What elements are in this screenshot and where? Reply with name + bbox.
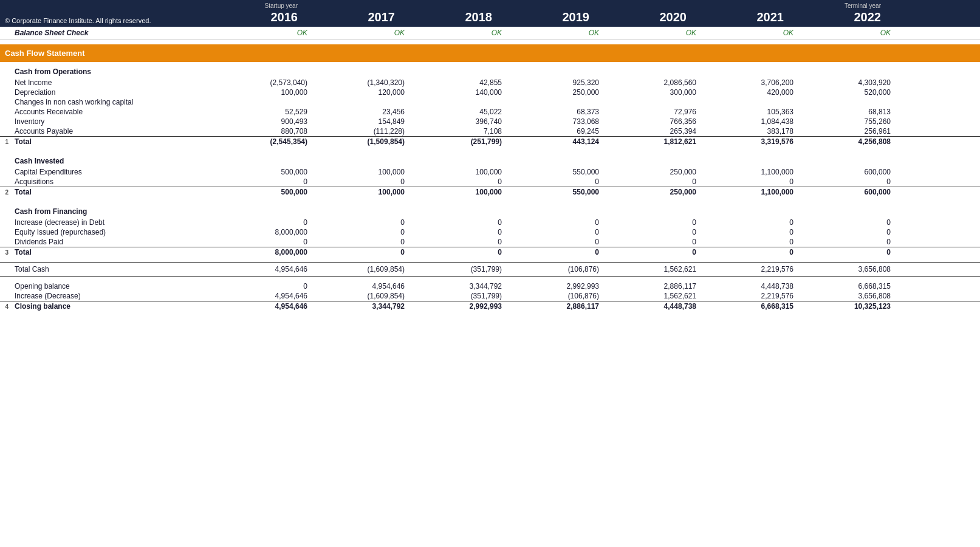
ops-total-2016: (2,545,354) (216, 137, 314, 146)
acq-2021: 0 (702, 177, 800, 186)
fin-total-2022: 0 (800, 248, 897, 256)
net-income-2022: 4,303,920 (800, 78, 897, 87)
depreciation-2018: 140,000 (411, 88, 508, 97)
debt-2021: 0 (702, 218, 800, 227)
financing-total-row: 3 Total 8,000,000 0 0 0 0 0 0 (0, 247, 980, 257)
opening-2016: 0 (216, 282, 314, 291)
invested-total-label: Total (10, 188, 216, 196)
ap-2022: 256,961 (800, 127, 897, 136)
startup-year-label: Startup year (265, 2, 298, 9)
financing-title-row: Cash from Financing (0, 202, 980, 218)
total-cash-2016: 4,954,646 (216, 265, 314, 274)
invested-total-row: 2 Total 500,000 100,000 100,000 550,000 … (0, 187, 980, 197)
opening-2017: 4,954,646 (314, 282, 411, 291)
net-income-2018: 42,855 (411, 78, 508, 87)
ok-2021: OK (702, 29, 800, 37)
acquisitions-label: Acquisitions (10, 177, 216, 186)
debt-2018: 0 (411, 218, 508, 227)
net-income-label: Net Income (10, 78, 216, 87)
ap-2017: (111,228) (314, 127, 411, 136)
dividends-label: Dividends Paid (10, 238, 216, 246)
year-2016: 2016 (271, 10, 298, 24)
depreciation-2022: 520,000 (800, 88, 897, 97)
increase-2017: (1,609,854) (314, 292, 411, 300)
fin-total-2016: 8,000,000 (216, 248, 314, 256)
capex-2016: 500,000 (216, 168, 314, 176)
inventory-2020: 766,356 (605, 117, 702, 126)
ops-total-2017: (1,509,854) (314, 137, 411, 146)
non-cash-wc-label: Changes in non cash working capital (10, 98, 216, 106)
equity-2016: 8,000,000 (216, 228, 314, 236)
ops-total-2019: 443,124 (508, 137, 605, 146)
header-row: © Corporate Finance Institute. All right… (0, 0, 980, 27)
ops-total-2021: 3,319,576 (702, 137, 800, 146)
acq-2017: 0 (314, 177, 411, 186)
debt-2022: 0 (800, 218, 897, 227)
ops-total-2020: 1,812,621 (605, 137, 702, 146)
total-cash-label: Total Cash (10, 265, 216, 274)
opening-2018: 3,344,792 (411, 282, 508, 291)
year-2020: 2020 (660, 10, 687, 24)
capex-2018: 100,000 (411, 168, 508, 176)
ok-2022: OK (800, 29, 897, 37)
copyright-text: © Corporate Finance Institute. All right… (5, 17, 151, 24)
copyright-label: © Corporate Finance Institute. All right… (0, 17, 207, 24)
year-2017: 2017 (368, 10, 396, 24)
inv-total-2017: 100,000 (314, 188, 411, 196)
fin-total-2019: 0 (508, 248, 605, 256)
div-2016: 0 (216, 238, 314, 246)
inv-total-2019: 550,000 (508, 188, 605, 196)
increase-2020: 1,562,621 (605, 292, 702, 300)
fin-total-2017: 0 (314, 248, 411, 256)
closing-2016: 4,954,646 (216, 302, 314, 311)
div-2017: 0 (314, 238, 411, 246)
inv-total-2022: 600,000 (800, 188, 897, 196)
net-income-2020: 2,086,560 (605, 78, 702, 87)
total-cash-2022: 3,656,808 (800, 265, 897, 274)
ar-2016: 52,529 (216, 108, 314, 116)
ap-2020: 265,394 (605, 127, 702, 136)
total-cash-2020: 1,562,621 (605, 265, 702, 274)
inventory-2017: 154,849 (314, 117, 411, 126)
debt-2020: 0 (605, 218, 702, 227)
operations-total-label: Total (10, 137, 216, 146)
ops-total-2018: (251,799) (411, 137, 508, 146)
closing-2017: 3,344,792 (314, 302, 411, 311)
total-cash-2018: (351,799) (411, 265, 508, 274)
accounts-payable-row: Accounts Payable 880,708 (111,228) 7,108… (0, 126, 980, 136)
capex-2022: 600,000 (800, 168, 897, 176)
fin-total-2021: 0 (702, 248, 800, 256)
closing-balance-row: 4 Closing balance 4,954,646 3,344,792 2,… (0, 301, 980, 311)
financing-total-num: 3 (0, 249, 10, 256)
balance-sheet-check-label: Balance Sheet Check (10, 29, 216, 37)
increase-2022: 3,656,808 (800, 292, 897, 300)
equity-2020: 0 (605, 228, 702, 236)
inventory-2019: 733,068 (508, 117, 605, 126)
depreciation-2019: 250,000 (508, 88, 605, 97)
capex-row: Capital Expenditures 500,000 100,000 100… (0, 167, 980, 177)
inventory-label: Inventory (10, 117, 216, 126)
year-col-2020: 2020 (595, 10, 693, 24)
ap-2019: 69,245 (508, 127, 605, 136)
depreciation-row: Depreciation 100,000 120,000 140,000 250… (0, 88, 980, 97)
ar-2019: 68,373 (508, 108, 605, 116)
ok-2017: OK (314, 29, 411, 37)
ar-2021: 105,363 (702, 108, 800, 116)
div-2020: 0 (605, 238, 702, 246)
ar-2017: 23,456 (314, 108, 411, 116)
capex-label: Capital Expenditures (10, 168, 216, 176)
non-cash-wc-row: Changes in non cash working capital (0, 97, 980, 107)
financing-section: Cash from Financing Increase (decrease) … (0, 202, 980, 257)
opening-2021: 4,448,738 (702, 282, 800, 291)
increase-2016: 4,954,646 (216, 292, 314, 300)
equity-label: Equity Issued (repurchased) (10, 228, 216, 236)
depreciation-2020: 300,000 (605, 88, 702, 97)
increase-2018: (351,799) (411, 292, 508, 300)
equity-2018: 0 (411, 228, 508, 236)
ok-2016: OK (216, 29, 314, 37)
ops-total-2022: 4,256,808 (800, 137, 897, 146)
net-income-2017: (1,340,320) (314, 78, 411, 87)
inventory-2021: 1,084,438 (702, 117, 800, 126)
ok-2019: OK (508, 29, 605, 37)
main-wrapper: © Corporate Finance Institute. All right… (0, 0, 980, 311)
